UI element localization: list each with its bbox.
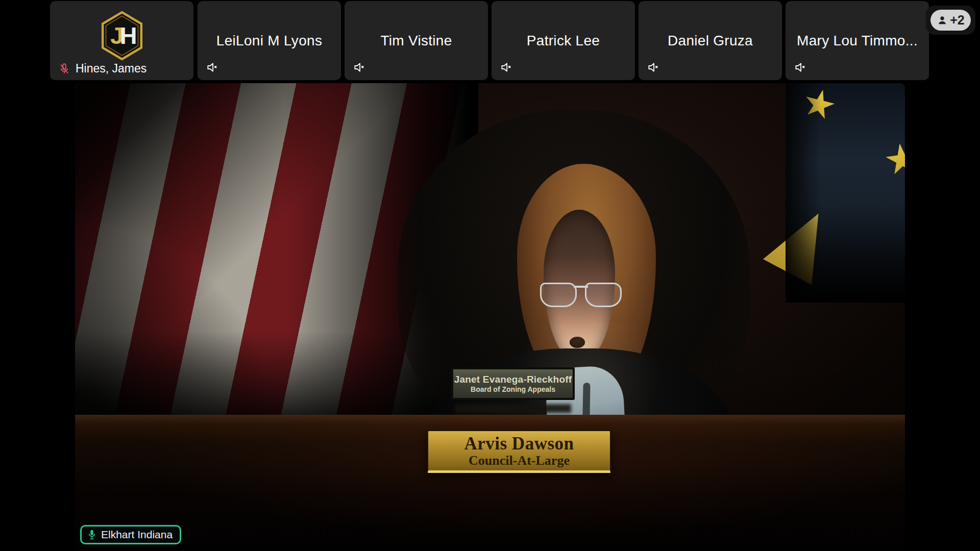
participant-tile-daniel-gruza[interactable]: Daniel Gruza (639, 1, 782, 80)
participant-tile-hines-james[interactable]: J H Hines, James (50, 1, 193, 80)
location-text: Elkhart Indiana (101, 529, 173, 541)
active-speaker-video[interactable]: Janet Evanega-Rieckhoff Board of Zoning … (75, 83, 905, 551)
participant-name: Patrick Lee (492, 33, 635, 49)
nameplate-name: Arvis Dawson (464, 434, 574, 454)
participant-name: Tim Vistine (345, 33, 488, 49)
participants-icon (937, 15, 948, 26)
participant-tile-leiloni-lyons[interactable]: LeiLoni M Lyons (198, 1, 341, 80)
jh-logo-avatar: J H (99, 10, 145, 61)
participant-tile-mary-lou-timmons[interactable]: Mary Lou Timmo... (786, 1, 929, 80)
nameplate-reflection (455, 404, 571, 413)
more-participants-button[interactable]: +2 (926, 6, 975, 35)
nameplate-title: Board of Zoning Appeals (471, 385, 555, 393)
speaker-muted-icon (794, 61, 807, 74)
mic-active-icon (87, 529, 97, 541)
speaker-muted-icon (500, 61, 513, 74)
speaker-muted-icon (206, 61, 219, 74)
overflow-count: +2 (950, 13, 965, 28)
participant-name: LeiLoni M Lyons (198, 33, 341, 49)
nameplate-title: Council-At-Large (469, 454, 570, 468)
participant-tile-tim-vistine[interactable]: Tim Vistine (345, 1, 488, 80)
participant-name: Mary Lou Timmo... (786, 33, 929, 49)
nameplate-name: Janet Evanega-Rieckhoff (454, 374, 572, 385)
speaker-muted-icon (353, 61, 366, 74)
flag-star (801, 86, 838, 123)
meeting-window: J H Hines, James LeiLoni M Lyons Tim Vis… (0, 0, 980, 551)
glasses (536, 283, 626, 307)
speaker-muted-icon (647, 61, 660, 74)
flag-star (884, 141, 905, 178)
participant-name: Daniel Gruza (639, 33, 782, 49)
monogram-h: H (119, 22, 137, 49)
participant-tile-patrick-lee[interactable]: Patrick Lee (492, 1, 635, 80)
mic-muted-icon (58, 62, 71, 76)
nameplate-council-at-large: Arvis Dawson Council-At-Large (427, 430, 611, 473)
participant-name: Hines, James (76, 62, 146, 76)
indiana-state-flag (786, 83, 905, 303)
nameplate-board-of-zoning: Janet Evanega-Rieckhoff Board of Zoning … (451, 367, 575, 400)
active-speaker-label: Elkhart Indiana (80, 525, 181, 544)
